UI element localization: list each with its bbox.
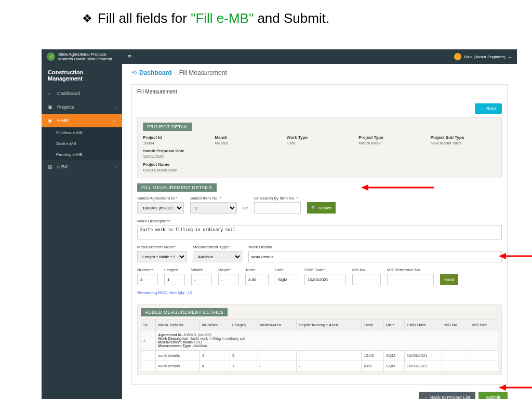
agreement-select[interactable]: 10004/1 (bn-123)	[137, 202, 184, 214]
sidebar-item-emb[interactable]: ◉e-MB⌄	[42, 114, 122, 127]
sidebar-title: Construction Management	[42, 64, 122, 87]
lbl-embdate: EMB Date	[304, 268, 323, 272]
ebill-icon: ▤	[48, 164, 53, 169]
projects-icon: ▣	[48, 104, 53, 110]
remaining-qty: Remaining BOQ Item Qty : 12	[137, 290, 502, 295]
breadcrumb-page: Fill Measurement	[179, 69, 227, 76]
val-project-id: 10004	[143, 141, 208, 145]
mtype-select[interactable]: Addition	[193, 251, 242, 262]
lbl-pname: Project Name	[143, 162, 281, 167]
added-details-box: ADDED MEASUREMENT DETAILS Sr. Work Detai…	[137, 304, 502, 375]
sidebar-item-projects[interactable]: ▣Projects›	[42, 100, 122, 114]
th-wd: Work Details	[156, 320, 200, 330]
chevron-right-icon: ›	[115, 105, 116, 109]
desc-cell: Agreement Id -10004/1 (bn-123) Work Desc…	[156, 330, 498, 351]
breadcrumb-sep: -	[175, 69, 177, 76]
workdesc-textarea[interactable]: Earth work in filling in ordinary soil	[137, 225, 502, 240]
org-line2: Markets Board Uttar Pradesh	[58, 57, 112, 61]
breadcrumb: ⟲ Dashboard - Fill Measurement	[122, 64, 517, 82]
logo-icon: 🌾	[47, 52, 55, 61]
wdetails-input[interactable]	[248, 251, 502, 262]
sidebar-emb-label: e-MB	[57, 118, 69, 123]
project-detail-box: PROJECT DETAIL Project Id10004 MandiMeer…	[137, 117, 502, 178]
avatar-icon	[454, 53, 461, 60]
lbl-workdesc: Work Description	[137, 219, 169, 223]
sidebar-sub-fillview[interactable]: Fill/View e-MB	[42, 127, 122, 138]
hamburger-icon[interactable]: ≡	[128, 53, 131, 60]
user-menu[interactable]: Ravi (Junior Engineer) ⌄	[454, 53, 512, 60]
lbl-mbno: MB No.	[352, 268, 381, 272]
val-mandi: Meerut	[215, 141, 280, 145]
mbno-input[interactable]	[352, 274, 381, 285]
lbl-wdetails: Work Details	[248, 245, 502, 249]
topbar: 🌾 State Agricultural Produce Markets Boa…	[42, 49, 517, 64]
unit-input[interactable]	[275, 274, 298, 285]
mbref-input[interactable]	[387, 274, 434, 285]
lbl-searchby: Or Search by Item No.	[254, 196, 296, 201]
th-sr: Sr.	[141, 320, 156, 330]
mmode-select[interactable]: Length * Width * Depth	[137, 251, 187, 262]
lbl-mbref: MB Reference No.	[387, 268, 434, 272]
sidebar-item-ebill[interactable]: ▤e-Bill›	[42, 160, 122, 174]
table-row: work details43--12.00SQM10/03/2021	[141, 351, 498, 361]
total-input[interactable]	[245, 274, 269, 285]
val-ptype: Mandi Work	[358, 141, 424, 145]
th-mbref: MB Ref	[470, 320, 498, 330]
lbl-number: Number	[137, 268, 152, 272]
item-select[interactable]: 2	[190, 202, 237, 214]
lbl-depth: Depth	[218, 268, 229, 272]
th-wa: Width/Area	[257, 320, 296, 330]
or-label: Or	[243, 206, 248, 214]
logo-area: 🌾 State Agricultural Produce Markets Boa…	[47, 52, 112, 61]
home-icon: ⌂	[48, 91, 53, 96]
lbl-length: Length	[164, 268, 177, 272]
th-emb: EMB Date	[404, 320, 442, 330]
instr-suffix: and Submit.	[257, 10, 329, 26]
length-input[interactable]	[164, 274, 185, 285]
embdate-input[interactable]	[304, 274, 346, 285]
main-panel: Fill Measurement ← Back PROJECT DETAIL P…	[131, 84, 508, 385]
th-da: Depth/Average Area	[296, 320, 361, 330]
section-fill-header: FILL MEASUREMENT DETAILS	[137, 183, 217, 192]
chevron-down-icon: ⌄	[508, 55, 512, 59]
submit-button[interactable]: Submit	[478, 392, 508, 399]
lbl-mtype: Measurement Type	[193, 245, 228, 249]
th-unit: Unit	[383, 320, 404, 330]
diamond-bullet-icon: ❖	[82, 12, 92, 25]
lbl-mmode: Measurement Mode	[137, 245, 174, 249]
sidebar-dashboard-label: Dashboard	[57, 91, 80, 96]
desc-hash: #	[141, 330, 156, 351]
chevron-right-icon: ›	[115, 165, 116, 169]
back-button[interactable]: ← Back	[475, 103, 502, 114]
lbl-date: Samiti Proposal Date	[143, 149, 208, 153]
sidebar-sub-pending[interactable]: Pending e-MB	[42, 149, 122, 160]
sidebar-sub-draft[interactable]: Draft e-MB	[42, 138, 122, 149]
search-button[interactable]: 🔍Search	[307, 202, 336, 214]
th-tot: Total	[361, 320, 383, 330]
lbl-project-id: Project Id	[143, 135, 208, 140]
back-to-list-button[interactable]: ← Back to Project List	[419, 392, 475, 399]
width-input[interactable]	[191, 274, 212, 285]
emb-icon: ◉	[48, 118, 53, 123]
search-label: Search	[318, 206, 331, 210]
back-circle-icon[interactable]: ⟲	[131, 69, 137, 76]
sidebar-item-dashboard[interactable]: ⌂Dashboard	[42, 87, 122, 100]
slide-instruction: ❖ Fill all fields for "Fill e-MB" and Su…	[82, 10, 329, 26]
instr-highlight: "Fill e-MB"	[191, 10, 254, 26]
sidebar-projects-label: Projects	[57, 104, 74, 110]
sidebar-ebill-label: e-Bill	[57, 164, 68, 169]
number-input[interactable]	[137, 274, 158, 285]
add-button[interactable]: +Add	[440, 274, 458, 285]
lbl-total: Total	[245, 268, 254, 272]
search-item-input[interactable]	[254, 202, 301, 214]
instr-prefix: Fill all fields for	[98, 10, 191, 26]
lbl-unit: Unit	[275, 268, 282, 272]
lbl-mandi: Mandi	[215, 135, 280, 140]
val-date: 10/11/2020	[143, 154, 208, 159]
content-area: ⟲ Dashboard - Fill Measurement Fill Meas…	[122, 64, 517, 399]
table-row: work details41--4.00SQM10/03/2021	[141, 361, 498, 371]
footer-buttons: ← Back to Project List Submit	[122, 388, 517, 399]
breadcrumb-dashboard[interactable]: Dashboard	[139, 69, 172, 76]
section-added-header: ADDED MEASUREMENT DETAILS	[141, 308, 228, 316]
depth-input[interactable]	[218, 274, 239, 285]
